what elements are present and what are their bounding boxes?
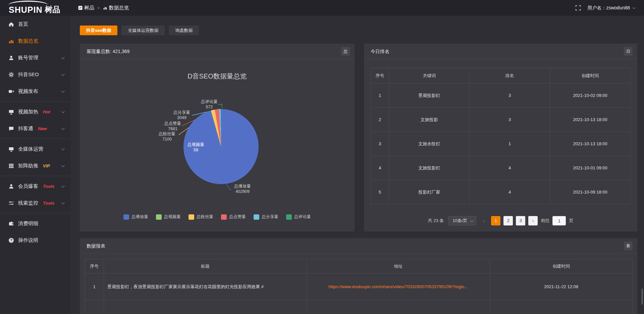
question-icon: ? (8, 238, 14, 243)
legend-item-5[interactable]: 总分享量 (254, 214, 278, 220)
sidebar-item-9[interactable]: 矩阵助推VIP (0, 157, 70, 174)
legend-swatch (254, 214, 259, 220)
page-size-select[interactable]: 10条/页 (448, 216, 476, 225)
screen-icon (8, 109, 14, 115)
sidebar-item-4[interactable]: 抖音SEO (0, 66, 70, 83)
member-icon (8, 184, 14, 189)
page-scrollbar-thumb[interactable] (641, 289, 643, 305)
tab-1[interactable]: 抖音seo数据 (80, 25, 117, 35)
legend-label: 总分享量 (262, 214, 278, 220)
sidebar-item-badge: Hot (43, 109, 50, 114)
pie-label-total-comments: 总评论量572 (195, 99, 223, 110)
sidebar-item-13[interactable]: ?操作说明 (0, 232, 70, 249)
sidebar-item-6[interactable]: 视频加热Hot (0, 103, 70, 120)
sidebar-item-label: 会员爆客 (18, 183, 38, 190)
user-menu[interactable]: 用户名：zswodun88 (587, 5, 635, 11)
sidebar-item-3[interactable]: 账号管理 (0, 49, 70, 66)
sidebar-item-badge: Tools (43, 201, 54, 206)
breadcrumb-root[interactable]: 树品 (78, 5, 94, 11)
pie-label-total-likes: 总点赞量7681 (159, 121, 187, 132)
grid-icon (8, 163, 14, 169)
ranking-panel-title: 今日排名 (364, 44, 637, 59)
ranking-cell-created: 2021-10-09 18:00 (550, 180, 631, 204)
legend-item-1[interactable]: 总播放量 (123, 214, 148, 220)
chevron-down-icon (61, 201, 65, 204)
legend-item-6[interactable]: 总评论量 (286, 214, 311, 220)
user-icon (8, 55, 14, 61)
page-number-1[interactable]: 1 (491, 216, 500, 225)
chevron-down-icon (61, 110, 65, 113)
sidebar-divider (0, 213, 70, 213)
report-table-badge-button[interactable]: 表 (624, 242, 633, 250)
legend-swatch (123, 214, 129, 220)
next-page-button[interactable]: › (528, 216, 538, 225)
ranking-cell-created: 2021-10-13 18:00 (550, 132, 631, 156)
breadcrumb-current[interactable]: 数据总览 (103, 5, 129, 11)
report-cell-url: https://www.iesdouyin.com/share/video/70… (307, 273, 490, 300)
goto-page-input[interactable] (552, 216, 566, 225)
logo-arc-decoration (8, 1, 48, 5)
sidebar-item-12[interactable]: 消费明细 (0, 215, 70, 232)
chevron-down-icon (470, 219, 474, 222)
legend-label: 总播放量 (131, 214, 148, 220)
chevron-down-icon (61, 89, 65, 93)
logo-latin-text: SHUPIN (9, 5, 42, 15)
sidebar-item-1[interactable]: 首页 (0, 16, 70, 33)
today-ranking-panel: 今日排名 日 序号关键词排名创建时间 1景观投影灯32021-10-02 09:… (364, 44, 637, 231)
tab-3[interactable]: 询盘数据 (169, 25, 199, 35)
sidebar-item-badge: New (38, 126, 47, 131)
ranking-cell-keyword: 景观投影灯 (389, 84, 470, 108)
monitor-icon (8, 146, 14, 152)
wallet-icon (8, 221, 14, 226)
legend-item-4[interactable]: 总点赞量 (221, 214, 246, 220)
video-link[interactable]: https://www.iesdouyin.com/share/video/70… (329, 284, 468, 289)
sidebar-item-5[interactable]: 视频发布 (0, 83, 70, 100)
breadcrumb: 树品 > 数据总览 (78, 0, 129, 16)
prev-page-button[interactable]: ‹ (479, 218, 488, 223)
overview-panel: 展现量总数: 421,369 总 D音SEO数据量总览 总评论量572 总分享量… (80, 44, 355, 231)
ranking-cell-keyword: 投影灯厂家 (389, 180, 470, 204)
chevron-down-icon (61, 164, 65, 167)
member-icon (8, 184, 14, 189)
user-icon (8, 55, 14, 61)
ranking-cell-rank: 3 (470, 84, 550, 108)
sidebar-item-10[interactable]: 会员爆客Tools (0, 178, 70, 195)
report-cell-created: 2021-11-22 12:08 (490, 273, 633, 300)
ranking-column-header: 序号 (371, 68, 389, 84)
square-icon (78, 6, 83, 10)
sidebar: 首页数据总览账号管理抖音SEO视频发布视频加热Hot抖客通New全媒体运营矩阵助… (0, 16, 70, 314)
sidebar-divider (0, 101, 70, 102)
monitor-icon (8, 146, 14, 152)
comment-icon (8, 126, 14, 132)
ranking-cell-index: 1 (371, 84, 389, 108)
ranking-day-badge-button[interactable]: 日 (624, 47, 633, 56)
table-row (85, 300, 633, 314)
ranking-column-header: 关键词 (389, 68, 470, 84)
pie-label-total-videos: 总视频量58 (182, 142, 210, 153)
ranking-cell-keyword: 文旅投影 (389, 108, 470, 132)
report-table: 序号标题地址创建时间 1景观投影灯，夜游景观投影灯厂家展示展示落花灯在花园里的灯… (85, 259, 633, 314)
table-row: 1景观投影灯，夜游景观投影灯厂家展示展示落花灯在花园里的灯光投影应用效果 #ht… (85, 273, 633, 300)
sidebar-item-8[interactable]: 全媒体运营 (0, 141, 70, 157)
ranking-cell-index: 5 (371, 180, 389, 204)
page-number-3[interactable]: 3 (516, 216, 525, 225)
legend-item-2[interactable]: 总视频量 (156, 214, 181, 220)
sidebar-item-label: 数据总览 (18, 38, 38, 44)
ranking-cell-rank: 4 (470, 180, 550, 204)
report-column-header: 地址 (307, 259, 490, 273)
gear-icon (8, 72, 14, 77)
page-number-2[interactable]: 2 (503, 216, 513, 225)
sidebar-item-11[interactable]: 线索监控Tools (0, 195, 70, 211)
sidebar-item-7[interactable]: 抖客通New (0, 120, 70, 137)
table-row: 3文旅水纹灯12021-10-13 18:00 (371, 132, 631, 156)
legend-item-3[interactable]: 总粉丝量 (189, 214, 213, 220)
sidebar-divider (0, 176, 70, 176)
sidebar-item-badge: VIP (43, 163, 50, 168)
ranking-cell-index: 4 (371, 156, 389, 180)
tab-2[interactable]: 全媒体运营数据 (121, 25, 165, 35)
sidebar-item-badge: Tools (43, 184, 54, 189)
pie-label-total-fans: 总粉丝量7100 (153, 131, 181, 142)
sidebar-item-2[interactable]: 数据总览 (0, 33, 70, 49)
fullscreen-icon[interactable] (575, 5, 581, 11)
legend-label: 总评论量 (294, 214, 311, 220)
